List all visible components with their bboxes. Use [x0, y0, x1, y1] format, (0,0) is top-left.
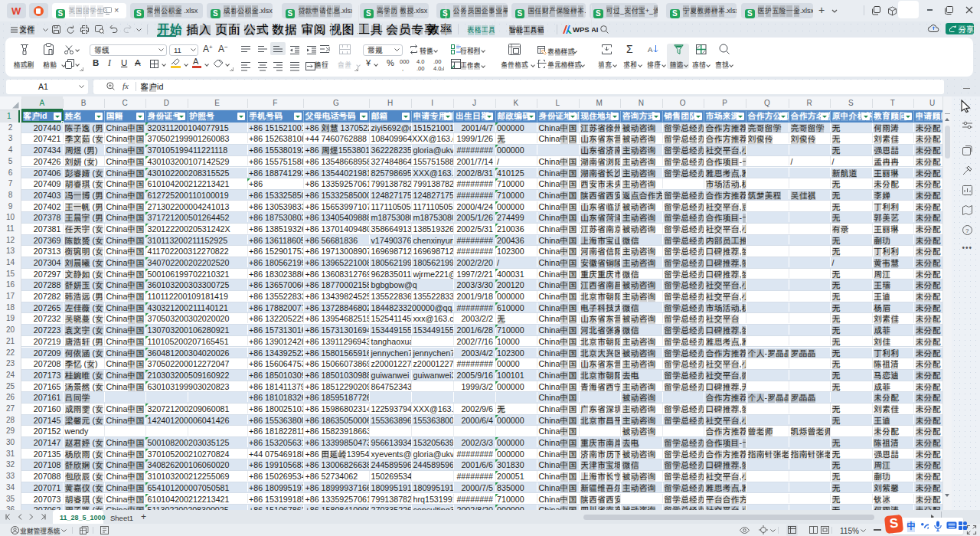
svg-text:A: A [648, 45, 653, 54]
svg-text:?: ? [965, 227, 969, 234]
